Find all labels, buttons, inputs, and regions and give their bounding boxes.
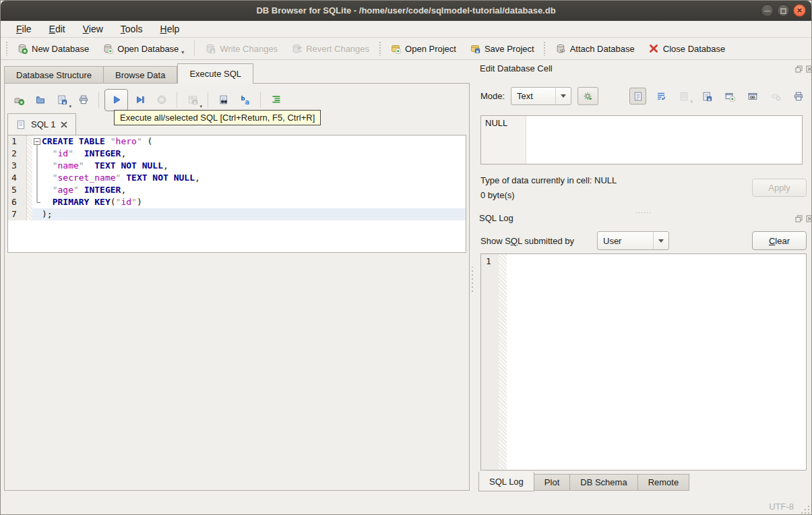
fold-bar-icon[interactable] bbox=[32, 148, 42, 160]
menu-file[interactable]: File bbox=[7, 22, 40, 36]
fold-bar-icon[interactable] bbox=[32, 160, 42, 172]
copy-link-button[interactable] bbox=[744, 88, 761, 104]
sql-editor[interactable]: 1CREATE TABLE "hero" (2 "id" INTEGER,3 "… bbox=[7, 135, 466, 253]
execute-current-line-button[interactable] bbox=[130, 90, 150, 110]
menu-view[interactable]: View bbox=[74, 22, 112, 36]
save-sql-file-button[interactable]: ▾ bbox=[52, 90, 71, 110]
apply-button[interactable]: Apply bbox=[752, 179, 807, 197]
open-sql-file-button[interactable] bbox=[30, 90, 50, 110]
cell-log-splitter[interactable] bbox=[480, 205, 807, 208]
word-wrap-button[interactable] bbox=[652, 88, 669, 104]
tab-browse-data[interactable]: Browse Data bbox=[104, 66, 177, 84]
minimize-icon[interactable]: — bbox=[761, 4, 774, 17]
clear-button[interactable]: Clear bbox=[752, 231, 807, 250]
null-toggle-icon bbox=[770, 91, 781, 102]
close-panel-icon[interactable] bbox=[805, 65, 812, 73]
tab-database-structure[interactable]: Database Structure bbox=[4, 66, 104, 84]
float-panel-icon[interactable] bbox=[794, 214, 803, 223]
log-tabs: SQL LogPlotDB SchemaRemote bbox=[478, 472, 689, 491]
line-number: 5 bbox=[8, 184, 27, 196]
tab-remote[interactable]: Remote bbox=[638, 474, 690, 491]
tab-plot[interactable]: Plot bbox=[534, 474, 570, 491]
toolbar-separator bbox=[260, 92, 261, 108]
tab-db-schema[interactable]: DB Schema bbox=[570, 474, 637, 491]
execute-all-button[interactable] bbox=[104, 89, 128, 111]
editor-line: 4 "secret_name" TEXT NOT NULL, bbox=[8, 172, 466, 184]
marker-margin bbox=[27, 148, 32, 160]
attach-database-button[interactable]: Attach Database bbox=[549, 40, 642, 57]
tab-execute-sql[interactable]: Execute SQL bbox=[177, 63, 253, 84]
maximize-icon[interactable] bbox=[777, 4, 790, 17]
toolbar-drag-handle[interactable] bbox=[378, 41, 381, 56]
code-text: "secret_name" TEXT NOT NULL, bbox=[42, 172, 200, 184]
open-project-button[interactable]: Open Project bbox=[383, 40, 463, 57]
import-data-button[interactable]: ▾ bbox=[675, 88, 692, 104]
find-replace-button[interactable]: ba bbox=[235, 90, 255, 110]
vertical-splitter[interactable] bbox=[471, 267, 474, 294]
format-sql-button[interactable] bbox=[266, 90, 286, 110]
format-icon bbox=[271, 94, 282, 105]
encoding-indicator: UTF-8 bbox=[769, 502, 794, 512]
cell-value: NULL bbox=[481, 116, 526, 130]
close-panel-icon[interactable] bbox=[805, 214, 812, 223]
fold-bar-icon[interactable] bbox=[32, 184, 42, 196]
mode-combobox[interactable]: Text bbox=[511, 87, 571, 105]
toolbar-drag-handle[interactable] bbox=[543, 41, 546, 56]
main-toolbar: New DatabaseOpen Database▾Write ChangesR… bbox=[1, 38, 811, 60]
sql-log-view[interactable]: 1 bbox=[480, 253, 807, 471]
marker-margin bbox=[27, 172, 32, 184]
export-data-button[interactable] bbox=[698, 88, 715, 104]
print-icon bbox=[78, 94, 89, 105]
sql-editor-toolbar: ▾▾ba bbox=[9, 88, 286, 112]
cell-type-info: Type of data currently in cell: NULL bbox=[480, 175, 617, 185]
set-null-button[interactable] bbox=[767, 88, 784, 104]
toolbar-drag-handle[interactable] bbox=[5, 41, 8, 56]
revert-changes-button[interactable]: Revert Changes bbox=[284, 40, 376, 57]
tab-sql-1[interactable]: SQL 1 bbox=[7, 113, 76, 135]
toolbar-separator bbox=[98, 92, 99, 108]
fold-bar-icon[interactable] bbox=[32, 172, 42, 184]
open-database-button[interactable]: Open Database▾ bbox=[96, 40, 191, 57]
mode-label: Mode: bbox=[480, 91, 505, 101]
chevron-down-icon bbox=[555, 88, 571, 104]
fold-minus-icon[interactable] bbox=[32, 135, 42, 148]
editor-line: 5 "age" INTEGER, bbox=[8, 184, 466, 196]
float-panel-icon[interactable] bbox=[794, 65, 803, 73]
fold-corner-icon[interactable] bbox=[32, 196, 42, 208]
toolbar-separator bbox=[208, 92, 208, 108]
text-view-button[interactable] bbox=[629, 88, 646, 104]
print-cell-button[interactable] bbox=[790, 88, 807, 104]
titlebar[interactable]: DB Browser for SQLite - /home/user/code/… bbox=[1, 1, 811, 21]
menu-help[interactable]: Help bbox=[152, 22, 189, 36]
log-filter-combobox[interactable]: User bbox=[597, 231, 669, 250]
close-database-button[interactable]: Close Database bbox=[642, 40, 732, 57]
close-tab-icon[interactable] bbox=[60, 121, 68, 129]
editor-line: 2 "id" INTEGER, bbox=[8, 148, 466, 160]
sql-editor-lines: 1CREATE TABLE "hero" (2 "id" INTEGER,3 "… bbox=[8, 135, 466, 220]
cell-editor-title: Edit Database Cell bbox=[480, 63, 553, 73]
menu-tools[interactable]: Tools bbox=[112, 22, 152, 36]
app-window: DB Browser for SQLite - /home/user/code/… bbox=[0, 0, 812, 515]
find-in-sql-button[interactable] bbox=[214, 90, 233, 110]
open-in-external-button[interactable] bbox=[721, 88, 738, 104]
close-icon[interactable]: ✕ bbox=[793, 4, 806, 17]
new-sql-tab-button[interactable] bbox=[9, 90, 28, 110]
code-text: PRIMARY KEY("id") bbox=[42, 196, 142, 208]
stop-execution-button[interactable] bbox=[152, 90, 171, 110]
save-project-button[interactable]: Save Project bbox=[463, 40, 541, 57]
auto-apply-button[interactable] bbox=[577, 87, 598, 105]
chevron-down-icon bbox=[653, 232, 668, 249]
new-database-button[interactable]: New Database bbox=[10, 40, 96, 57]
resize-grip[interactable] bbox=[801, 506, 810, 514]
print-sql-button[interactable] bbox=[73, 90, 93, 110]
tab-sql-log[interactable]: SQL Log bbox=[478, 472, 534, 491]
cell-value-editor[interactable]: NULL bbox=[480, 115, 803, 164]
stop-icon bbox=[156, 94, 167, 105]
editor-line: 7); bbox=[8, 208, 466, 220]
menubar: FileEditViewToolsHelp bbox=[1, 21, 811, 38]
save-results-button[interactable]: ▾ bbox=[183, 90, 202, 110]
write-changes-button[interactable]: Write Changes bbox=[198, 40, 284, 57]
code-text: "age" INTEGER, bbox=[42, 184, 126, 196]
menu-edit[interactable]: Edit bbox=[40, 22, 74, 36]
svg-text:a: a bbox=[245, 98, 249, 106]
